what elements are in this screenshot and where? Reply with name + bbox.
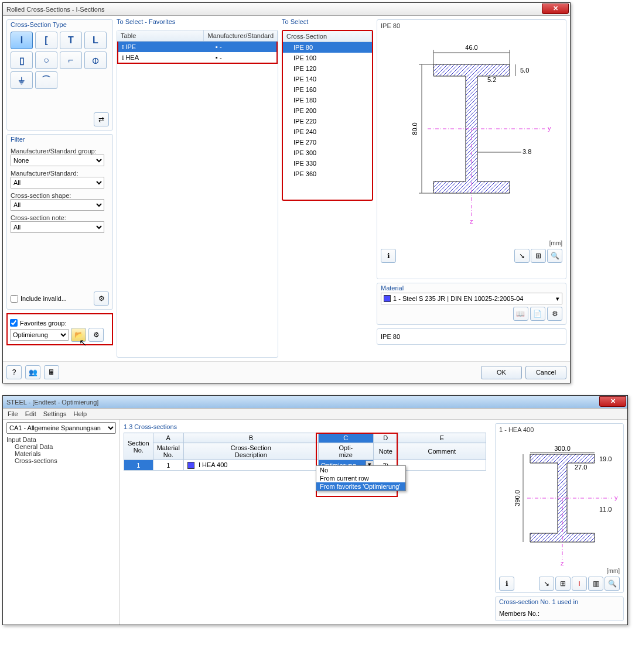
hdr-note[interactable]: Note bbox=[373, 443, 398, 460]
cell-comment[interactable] bbox=[398, 460, 486, 471]
menu-file[interactable]: File bbox=[8, 410, 18, 417]
col-section-no[interactable]: SectionNo. bbox=[124, 433, 153, 460]
favorites-checkbox[interactable] bbox=[10, 319, 18, 327]
shape-l-button[interactable]: L bbox=[84, 32, 107, 49]
dd-no[interactable]: No bbox=[316, 466, 405, 474]
favlist-header-mfg[interactable]: Manufacturer/Standard bbox=[204, 30, 278, 41]
optimize-dropdown[interactable]: No From current row From favorites 'Opti… bbox=[316, 465, 406, 491]
section-row[interactable]: IPE 80 bbox=[283, 42, 372, 53]
toggle-list-button[interactable]: ⇄ bbox=[94, 112, 109, 126]
tree-root[interactable]: Input Data bbox=[6, 436, 116, 443]
tool-arrow-button[interactable]: ↘ bbox=[514, 249, 530, 263]
material-lib-button[interactable]: 📖 bbox=[513, 307, 528, 321]
section-row[interactable]: IPE 160 bbox=[283, 84, 372, 95]
filter-settings-button[interactable]: ⚙ bbox=[94, 292, 109, 306]
include-invalid-checkbox[interactable] bbox=[11, 295, 18, 303]
cell-desc[interactable]: HEA 400 bbox=[202, 461, 227, 468]
hdr-desc[interactable]: Cross-SectionDescription bbox=[183, 443, 318, 460]
menu-settings[interactable]: Settings bbox=[43, 410, 67, 417]
hdr-material[interactable]: MaterialNo. bbox=[153, 443, 183, 460]
favorites-open-button[interactable]: 📂 bbox=[71, 328, 86, 342]
cstype-title: Cross-Section Type bbox=[11, 21, 109, 28]
info-button[interactable]: ℹ bbox=[381, 249, 396, 263]
units-button[interactable]: 👥 bbox=[25, 365, 40, 379]
col-c[interactable]: C bbox=[318, 433, 373, 443]
section-row[interactable]: IPE 330 bbox=[283, 158, 372, 169]
shape-rail-button[interactable]: ⏚ bbox=[11, 71, 33, 89]
shape-label: Cross-section shape: bbox=[11, 192, 109, 199]
t2-bars[interactable]: ▥ bbox=[588, 577, 603, 591]
tree-materials[interactable]: Materials bbox=[6, 450, 116, 457]
section-row[interactable]: IPE 100 bbox=[283, 53, 372, 63]
shape-c-button[interactable]: [ bbox=[35, 32, 57, 49]
col-d[interactable]: D bbox=[373, 433, 398, 443]
section-row[interactable]: IPE 300 bbox=[283, 148, 372, 158]
shape-circle-button[interactable]: ○ bbox=[35, 52, 57, 69]
mfg-select[interactable]: All bbox=[11, 177, 104, 188]
svg-text:19.0: 19.0 bbox=[599, 455, 612, 462]
col-e[interactable]: E bbox=[398, 433, 486, 443]
hdr-comment[interactable]: Comment bbox=[398, 443, 486, 460]
section-row[interactable]: IPE 180 bbox=[283, 95, 372, 105]
section-row[interactable]: IPE 140 bbox=[283, 74, 372, 84]
favlist-row[interactable]: I IPE ▪ - bbox=[118, 42, 276, 52]
t2-dims[interactable]: ⊞ bbox=[555, 577, 571, 591]
svg-text:80.0: 80.0 bbox=[411, 122, 418, 135]
case-select[interactable]: CA1 - Allgemeine Spannungsan bbox=[6, 422, 116, 434]
t2-red[interactable]: I bbox=[572, 577, 587, 591]
menu-edit[interactable]: Edit bbox=[25, 410, 36, 417]
favlist-header-table[interactable]: Table bbox=[117, 30, 204, 41]
favlist-row[interactable]: I HEA ▪ - bbox=[118, 52, 276, 63]
shape-arc-button[interactable]: ⌒ bbox=[35, 71, 57, 89]
calc-button[interactable]: 🖩 bbox=[44, 365, 59, 379]
material-select[interactable]: 1 - Steel S 235 JR | DIN EN 10025-2:2005… bbox=[381, 293, 562, 304]
col-b[interactable]: B bbox=[183, 433, 318, 443]
mfg-group-select[interactable]: None bbox=[11, 155, 104, 166]
hdr-opt[interactable]: Opti-mize bbox=[318, 443, 373, 460]
material-settings-button[interactable]: ⚙ bbox=[547, 307, 562, 321]
col-a[interactable]: A bbox=[153, 433, 183, 443]
window2-title: STEEL - [Endtest - Optimierung] bbox=[6, 399, 624, 406]
section-row[interactable]: IPE 240 bbox=[283, 126, 372, 137]
favorites-settings-button[interactable]: ⚙ bbox=[88, 328, 104, 342]
close-button[interactable]: ✕ bbox=[542, 4, 569, 14]
help-button[interactable]: ? bbox=[6, 365, 22, 379]
t2-arrow[interactable]: ↘ bbox=[539, 577, 554, 591]
table-row[interactable]: 1 1 I HEA 400 Optimierung▾ 2) bbox=[124, 460, 486, 471]
section-row[interactable]: IPE 220 bbox=[283, 116, 372, 126]
cancel-button[interactable]: Cancel bbox=[525, 366, 566, 379]
info2-button[interactable]: ℹ bbox=[499, 577, 514, 591]
t2-zoom[interactable]: 🔍 bbox=[605, 577, 620, 591]
menubar: File Edit Settings Help bbox=[3, 409, 627, 420]
section-row[interactable]: IPE 360 bbox=[283, 169, 372, 179]
shape-t-button[interactable]: T bbox=[60, 32, 82, 49]
shape-composite-button[interactable]: ⦶ bbox=[84, 52, 107, 69]
dd-favorites[interactable]: From favorites 'Optimierung' bbox=[316, 482, 405, 491]
section-row[interactable]: IPE 200 bbox=[283, 105, 372, 116]
material-new-button[interactable]: 📄 bbox=[530, 307, 545, 321]
note-select[interactable]: All bbox=[11, 221, 104, 233]
section-row[interactable]: IPE 120 bbox=[283, 63, 372, 74]
cell-mat[interactable]: 1 bbox=[153, 460, 183, 471]
svg-text:3.8: 3.8 bbox=[523, 148, 531, 155]
tool-zoom-button[interactable]: 🔍 bbox=[547, 249, 562, 263]
shape-rect-button[interactable]: ▯ bbox=[11, 52, 33, 69]
menu-help[interactable]: Help bbox=[73, 410, 87, 417]
sectlist-header[interactable]: Cross-Section bbox=[283, 31, 372, 42]
tool-dims-button[interactable]: ⊞ bbox=[531, 249, 546, 263]
shape-z-button[interactable]: ⌐ bbox=[60, 52, 82, 69]
dd-current[interactable]: From current row bbox=[316, 474, 405, 482]
favorites-select[interactable]: Optimierung bbox=[10, 329, 69, 341]
shape-select[interactable]: All bbox=[11, 199, 104, 211]
section-row[interactable]: IPE 270 bbox=[283, 137, 372, 148]
filter-title: Filter bbox=[11, 136, 109, 143]
tree-general[interactable]: General Data bbox=[6, 443, 116, 450]
ok-button[interactable]: OK bbox=[481, 366, 522, 379]
cell-no[interactable]: 1 bbox=[124, 460, 153, 471]
shape-i-button[interactable]: I bbox=[11, 32, 33, 49]
svg-text:27.0: 27.0 bbox=[575, 464, 587, 471]
close-button2[interactable]: ✕ bbox=[599, 396, 626, 407]
svg-text:300.0: 300.0 bbox=[554, 445, 571, 452]
titlebar2: STEEL - [Endtest - Optimierung] ✕ bbox=[3, 396, 627, 409]
tree-cross-sections[interactable]: Cross-sections bbox=[6, 457, 116, 464]
